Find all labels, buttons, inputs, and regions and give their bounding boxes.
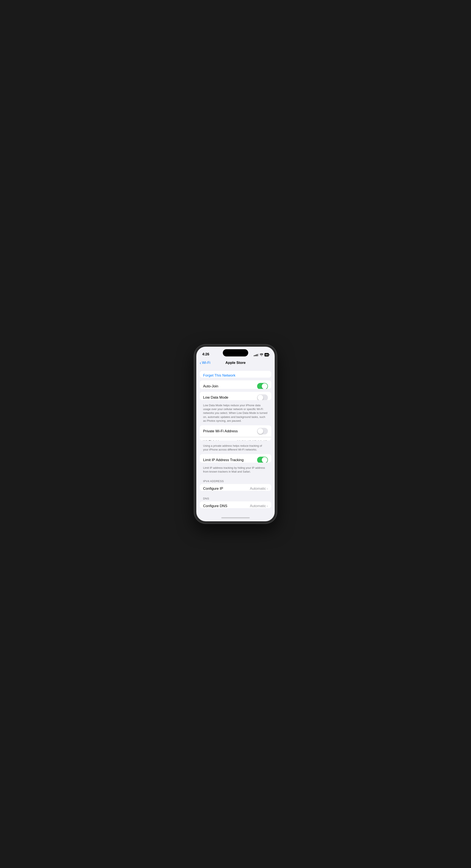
nav-header: ‹ Wi-Fi Apple Store bbox=[196, 358, 275, 368]
status-time: 4:26 bbox=[202, 352, 209, 356]
toggle-knob bbox=[262, 457, 267, 463]
configure-dns-row[interactable]: Configure DNS Automatic › bbox=[200, 501, 271, 508]
configure-dns-section: Configure DNS Automatic › bbox=[200, 501, 271, 508]
auto-join-toggle[interactable] bbox=[257, 383, 268, 389]
auto-join-row: Auto-Join bbox=[200, 380, 271, 389]
private-wifi-toggle[interactable] bbox=[257, 428, 268, 434]
auto-join-section: Auto-Join bbox=[200, 380, 271, 389]
dns-section-header: DNS bbox=[200, 494, 271, 501]
home-indicator bbox=[196, 514, 275, 521]
private-wifi-label: Private Wi-Fi Address bbox=[203, 429, 257, 433]
battery-level: 44 bbox=[265, 353, 268, 356]
dynamic-island bbox=[223, 349, 248, 356]
battery-icon: 44 bbox=[265, 353, 269, 356]
private-wifi-note: Using a private address helps reduce tra… bbox=[200, 442, 271, 453]
forget-network-section: Forget This Network bbox=[200, 371, 271, 378]
configure-ip-value: Automatic bbox=[250, 487, 266, 491]
auto-join-label: Auto-Join bbox=[203, 384, 257, 389]
configure-dns-value: Automatic bbox=[250, 504, 266, 508]
page-title: Apple Store bbox=[225, 361, 245, 365]
limit-ip-section: Limit IP Address Tracking bbox=[200, 454, 271, 463]
toggle-knob bbox=[258, 395, 263, 400]
signal-bars-icon bbox=[254, 353, 259, 356]
low-data-row: Low Data Mode bbox=[200, 392, 271, 400]
toggle-knob bbox=[262, 383, 267, 389]
forget-network-row[interactable]: Forget This Network bbox=[200, 371, 271, 378]
private-wifi-section: Private Wi-Fi Address Wi-Fi Address 88:B… bbox=[200, 425, 271, 440]
configure-ip-row[interactable]: Configure IP Automatic › bbox=[200, 484, 271, 491]
status-icons: 44 bbox=[254, 353, 269, 356]
limit-ip-row: Limit IP Address Tracking bbox=[200, 454, 271, 463]
ipv4-section-header: IPV4 ADDRESS bbox=[200, 476, 271, 484]
limit-ip-label: Limit IP Address Tracking bbox=[203, 458, 257, 462]
wifi-icon bbox=[260, 353, 263, 356]
wifi-address-row: Wi-Fi Address 88:B9:45:2E:8C:65 bbox=[200, 437, 271, 440]
low-data-note: Low Data Mode helps reduce your iPhone d… bbox=[200, 402, 271, 424]
back-button[interactable]: ‹ Wi-Fi bbox=[200, 361, 210, 365]
low-data-label: Low Data Mode bbox=[203, 396, 257, 400]
wifi-address-value: 88:B9:45:2E:8C:65 bbox=[237, 440, 267, 440]
status-bar: 4:26 44 bbox=[196, 347, 275, 358]
back-label: Wi-Fi bbox=[202, 361, 210, 365]
home-bar bbox=[221, 517, 250, 518]
private-wifi-row: Private Wi-Fi Address bbox=[200, 425, 271, 437]
chevron-right-icon: › bbox=[267, 504, 268, 508]
limit-ip-toggle[interactable] bbox=[257, 457, 268, 463]
configure-ip-label: Configure IP bbox=[203, 487, 250, 491]
chevron-right-icon: › bbox=[267, 487, 268, 491]
forget-network-label: Forget This Network bbox=[203, 373, 236, 378]
wifi-address-label: Wi-Fi Address bbox=[203, 440, 237, 440]
back-chevron-icon: ‹ bbox=[200, 361, 201, 365]
low-data-toggle[interactable] bbox=[257, 394, 268, 400]
configure-ip-section: Configure IP Automatic › bbox=[200, 484, 271, 491]
settings-content: Forget This Network Auto-Join Low Data M… bbox=[196, 368, 275, 514]
toggle-knob bbox=[258, 428, 263, 434]
low-data-section: Low Data Mode bbox=[200, 392, 271, 400]
configure-dns-label: Configure DNS bbox=[203, 504, 250, 508]
limit-ip-note: Limit IP address tracking by hiding your… bbox=[200, 464, 271, 474]
